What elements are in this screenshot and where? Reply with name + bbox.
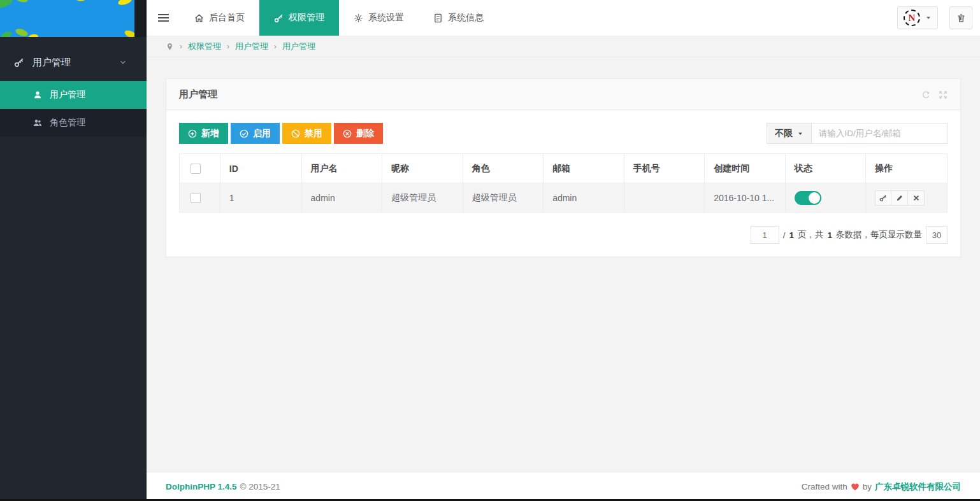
sidebar-toggle-button[interactable] bbox=[147, 0, 180, 36]
check-circle-icon bbox=[240, 129, 249, 138]
sidebar-item-label: 用户管理 bbox=[50, 89, 85, 101]
sidebar-item-role-management[interactable]: 角色管理 bbox=[0, 109, 147, 137]
reset-password-button[interactable] bbox=[875, 190, 891, 206]
cell-created: 2016-10-10 1... bbox=[705, 183, 786, 213]
column-header-email: 邮箱 bbox=[544, 154, 624, 183]
tab-label: 权限管理 bbox=[289, 12, 324, 24]
table-toolbar: 新增 启用 禁用 删除 bbox=[179, 123, 948, 144]
add-button[interactable]: 新增 bbox=[179, 123, 228, 144]
navbar-spacer bbox=[498, 0, 897, 36]
delete-button[interactable]: 删除 bbox=[334, 123, 383, 144]
chevron-down-icon bbox=[119, 59, 127, 66]
navbar-right-controls: N bbox=[897, 0, 980, 36]
clear-cache-button[interactable] bbox=[949, 6, 972, 29]
trash-icon bbox=[956, 13, 966, 23]
page-number-input[interactable] bbox=[751, 226, 779, 244]
total-records: 1 bbox=[827, 230, 832, 240]
plus-circle-icon bbox=[188, 129, 197, 138]
sidebar-item-user-management[interactable]: 用户管理 bbox=[0, 81, 147, 109]
breadcrumb-link-user-group[interactable]: 用户管理 bbox=[235, 41, 268, 52]
sidebar-group-label: 用户管理 bbox=[32, 57, 71, 69]
hamburger-icon bbox=[158, 12, 169, 24]
row-checkbox[interactable] bbox=[191, 193, 201, 203]
panel-body: 新增 启用 禁用 删除 bbox=[166, 110, 960, 257]
search-input[interactable] bbox=[811, 123, 948, 144]
footer-company[interactable]: 广东卓锐软件有限公司 bbox=[875, 481, 961, 493]
sidebar-item-label: 角色管理 bbox=[50, 117, 85, 129]
users-table: ID 用户名 昵称 角色 邮箱 手机号 创建时间 状态 操作 bbox=[179, 153, 948, 213]
footer-left: DolphinPHP 1.4.5 © 2015-21 bbox=[166, 482, 280, 491]
key-icon bbox=[879, 194, 887, 202]
status-toggle[interactable] bbox=[795, 191, 821, 205]
heart-icon bbox=[851, 483, 860, 491]
cell-id: 1 bbox=[220, 183, 301, 213]
footer-right: Crafted with by 广东卓锐软件有限公司 bbox=[802, 481, 961, 493]
sidebar-menu: 用户管理 用户管理 角色管理 bbox=[0, 37, 147, 137]
tab-system-settings[interactable]: 系统设置 bbox=[339, 0, 419, 36]
caret-down-icon bbox=[797, 131, 803, 137]
top-navbar: 后台首页 权限管理 系统设置 系统信息 N bbox=[147, 0, 980, 36]
search-area: 不限 bbox=[767, 123, 948, 144]
breadcrumb: › 权限管理 › 用户管理 › 用户管理 bbox=[147, 36, 980, 57]
key-icon bbox=[14, 57, 24, 67]
column-header-status: 状态 bbox=[785, 154, 866, 183]
sidebar: 用户管理 用户管理 角色管理 bbox=[0, 0, 147, 501]
pagination-slash: / bbox=[783, 230, 786, 240]
pagination-text: 条数据，每页显示数量 bbox=[836, 229, 922, 241]
file-icon bbox=[433, 13, 443, 23]
footer-crafted-text: Crafted with bbox=[802, 482, 847, 491]
enable-button[interactable]: 启用 bbox=[231, 123, 280, 144]
disable-button[interactable]: 禁用 bbox=[282, 123, 331, 144]
home-icon bbox=[194, 13, 204, 23]
breadcrumb-separator: › bbox=[180, 42, 182, 51]
column-header-username: 用户名 bbox=[301, 154, 382, 183]
user-management-panel: 用户管理 新增 bbox=[166, 78, 961, 257]
sidebar-submenu: 用户管理 角色管理 bbox=[0, 81, 147, 137]
caret-down-icon bbox=[925, 15, 932, 21]
users-icon bbox=[33, 118, 42, 127]
ban-icon bbox=[291, 129, 300, 138]
breadcrumb-separator: › bbox=[274, 42, 277, 51]
fullscreen-icon[interactable] bbox=[939, 90, 948, 99]
total-pages: 1 bbox=[789, 230, 794, 240]
search-field-dropdown[interactable]: 不限 bbox=[767, 123, 811, 144]
table-row: 1 admin 超级管理员 超级管理员 admin 2016-10-10 1..… bbox=[180, 183, 948, 213]
page-size-input[interactable] bbox=[926, 226, 948, 244]
select-all-checkbox[interactable] bbox=[191, 164, 201, 174]
tab-permission-management[interactable]: 权限管理 bbox=[259, 0, 339, 36]
tab-system-info[interactable]: 系统信息 bbox=[419, 0, 498, 36]
edit-button[interactable] bbox=[891, 190, 908, 206]
tab-label: 系统设置 bbox=[368, 12, 404, 24]
top-nav-tabs: 后台首页 权限管理 系统设置 系统信息 bbox=[180, 0, 498, 36]
footer-brand[interactable]: DolphinPHP 1.4.5 bbox=[166, 482, 237, 491]
breadcrumb-link-user-page[interactable]: 用户管理 bbox=[282, 41, 315, 52]
page-footer: DolphinPHP 1.4.5 © 2015-21 Crafted with … bbox=[147, 472, 980, 501]
column-header-created: 创建时间 bbox=[705, 154, 786, 183]
tab-admin-home[interactable]: 后台首页 bbox=[180, 0, 259, 36]
cell-nickname: 超级管理员 bbox=[382, 183, 463, 213]
breadcrumb-link-permission[interactable]: 权限管理 bbox=[188, 41, 221, 52]
app-window: 用户管理 用户管理 角色管理 bbox=[0, 0, 980, 501]
cell-phone bbox=[624, 183, 705, 213]
x-circle-icon bbox=[343, 129, 352, 138]
delete-row-button[interactable] bbox=[908, 190, 925, 206]
panel-header: 用户管理 bbox=[166, 79, 960, 110]
column-header-actions: 操作 bbox=[866, 154, 948, 183]
toggle-knob bbox=[809, 192, 820, 204]
cell-role: 超级管理员 bbox=[463, 183, 544, 213]
tab-label: 系统信息 bbox=[448, 12, 484, 24]
logo-image bbox=[0, 0, 134, 37]
content-area: 用户管理 新增 bbox=[147, 57, 980, 472]
refresh-icon[interactable] bbox=[921, 90, 930, 99]
pencil-icon bbox=[896, 194, 904, 202]
sidebar-group-user-management[interactable]: 用户管理 bbox=[0, 48, 147, 77]
main-area: 后台首页 权限管理 系统设置 系统信息 N bbox=[147, 0, 980, 501]
page-title: 用户管理 bbox=[179, 88, 217, 101]
footer-copyright: © 2015-21 bbox=[240, 482, 280, 491]
column-header-nickname: 昵称 bbox=[382, 154, 463, 183]
footer-by-text: by bbox=[863, 482, 872, 491]
avatar: N bbox=[904, 10, 920, 26]
user-icon bbox=[33, 90, 42, 99]
sidebar-logo[interactable] bbox=[0, 0, 147, 37]
user-avatar-dropdown[interactable]: N bbox=[897, 6, 938, 29]
